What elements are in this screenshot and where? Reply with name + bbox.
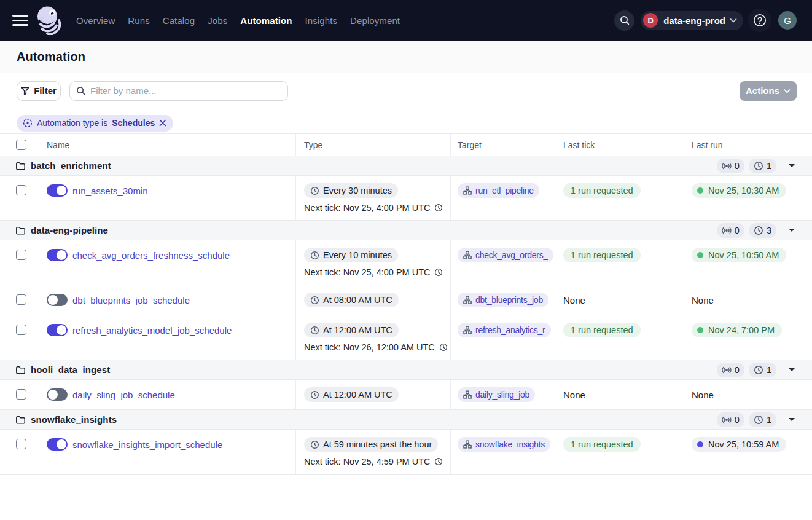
- topbar-right-cluster: D data-eng-prod G: [614, 9, 797, 32]
- run-status-dot: [697, 187, 703, 194]
- last-run-tag[interactable]: Nov 24, 7:00 PM: [692, 323, 782, 337]
- search-icon: [76, 86, 85, 95]
- page-title: Automation: [17, 50, 85, 64]
- help-button[interactable]: [748, 9, 771, 32]
- schedule-type-tag[interactable]: Every 10 minutes: [304, 248, 398, 262]
- column-header-last-run: Last run: [684, 134, 812, 156]
- nav-item-automation[interactable]: Automation: [240, 15, 292, 26]
- clock-icon: [754, 365, 763, 375]
- row-checkbox[interactable]: [16, 325, 26, 335]
- filter-button-label: Filter: [34, 85, 57, 96]
- row-checkbox[interactable]: [16, 439, 26, 449]
- clock-icon: [310, 390, 319, 400]
- group-row-data-eng-pipeline[interactable]: data-eng-pipeline 0 3: [0, 221, 812, 240]
- automation-name-link[interactable]: daily_sling_job_schedule: [72, 390, 175, 400]
- row-checkbox[interactable]: [16, 389, 26, 400]
- last-tick-status-tag[interactable]: 1 run requested: [563, 323, 641, 337]
- sensor-icon: [722, 161, 732, 171]
- schedule-toggle-on[interactable]: [47, 249, 68, 261]
- group-name: data-eng-pipeline: [31, 225, 108, 235]
- row-checkbox[interactable]: [16, 185, 26, 195]
- name-filter-input[interactable]: [90, 85, 281, 96]
- target-tag[interactable]: daily_sling_job: [458, 387, 535, 402]
- collapse-caret-icon[interactable]: [789, 368, 795, 371]
- automation-name-link[interactable]: run_assets_30min: [72, 186, 148, 196]
- clock-icon: [754, 415, 763, 425]
- last-run-tag[interactable]: Nov 25, 10:50 AM: [692, 248, 786, 262]
- nav-item-catalog[interactable]: Catalog: [163, 15, 195, 26]
- run-status-dot: [697, 327, 703, 333]
- deployment-avatar: D: [643, 13, 658, 28]
- nav-item-runs[interactable]: Runs: [128, 15, 149, 26]
- next-tick: Next tick: Nov 26, 12:00 AM UTC: [304, 342, 450, 353]
- schedule-type-tag[interactable]: At 12:00 AM UTC: [304, 387, 399, 402]
- last-run-tag[interactable]: Nov 25, 10:30 AM: [692, 183, 786, 198]
- select-all-checkbox[interactable]: [16, 140, 26, 150]
- last-tick-status-tag[interactable]: 1 run requested: [563, 248, 641, 262]
- clock-icon: [754, 226, 763, 235]
- last-tick-status-tag[interactable]: 1 run requested: [563, 437, 641, 452]
- actions-button[interactable]: Actions: [740, 81, 797, 101]
- folder-icon: [15, 161, 25, 171]
- nav-item-overview[interactable]: Overview: [76, 15, 115, 26]
- automation-name-link[interactable]: refresh_analytics_model_job_schedule: [72, 325, 232, 336]
- sensor-count-badge: 0: [717, 363, 744, 377]
- schedule-toggle-off[interactable]: [47, 388, 68, 401]
- collapse-caret-icon[interactable]: [789, 164, 795, 167]
- last-tick-status-tag[interactable]: 1 run requested: [563, 183, 641, 198]
- nav-item-jobs[interactable]: Jobs: [208, 15, 227, 26]
- automation-type-filter-chip[interactable]: Automation type is Schedules: [17, 115, 173, 132]
- schedule-toggle-on[interactable]: [47, 438, 68, 451]
- job-icon: [463, 251, 472, 259]
- schedule-type-tag[interactable]: At 08:00 AM UTC: [304, 293, 399, 307]
- group-name: snowflake_insights: [31, 414, 117, 425]
- run-status-dot: [697, 441, 703, 447]
- automation-name-link[interactable]: dbt_blueprints_job_schedule: [72, 295, 190, 305]
- clock-icon: [434, 268, 443, 277]
- row-checkbox[interactable]: [16, 250, 26, 260]
- last-run-tag[interactable]: Nov 25, 10:59 AM: [692, 437, 786, 452]
- run-status-dot: [697, 252, 703, 258]
- filter-button[interactable]: Filter: [17, 81, 61, 101]
- schedule-toggle-on[interactable]: [47, 184, 68, 197]
- clock-icon: [754, 161, 763, 171]
- schedule-count-badge: 1: [749, 363, 776, 377]
- search-button[interactable]: [614, 10, 634, 31]
- group-row-hooli-data-ingest[interactable]: hooli_data_ingest 0 1: [0, 360, 812, 380]
- automation-row-daily_sling: daily_sling_job_schedule At 12:00 AM UTC…: [0, 380, 812, 410]
- close-icon[interactable]: [159, 119, 166, 127]
- deployment-switcher[interactable]: D data-eng-prod: [641, 11, 743, 30]
- automation-name-link[interactable]: check_avg_orders_freshness_schdule: [72, 250, 230, 261]
- user-avatar[interactable]: G: [778, 11, 797, 30]
- page-header: Automation: [0, 41, 812, 73]
- target-tag[interactable]: run_etl_pipeline: [458, 183, 539, 198]
- schedule-toggle-on[interactable]: [47, 324, 68, 336]
- nav-item-insights[interactable]: Insights: [305, 15, 338, 26]
- collapse-caret-icon[interactable]: [789, 418, 795, 421]
- target-tag[interactable]: snowflake_insights: [458, 437, 550, 452]
- help-icon: [753, 14, 767, 27]
- target-tag[interactable]: check_avg_orders_: [458, 248, 553, 262]
- target-tag[interactable]: refresh_analytics_r: [458, 323, 551, 337]
- group-name: batch_enrichment: [31, 160, 111, 171]
- nav-item-deployment[interactable]: Deployment: [350, 15, 400, 26]
- sensor-count-badge: 0: [717, 159, 744, 173]
- next-tick: Next tick: Nov 25, 4:00 PM UTC: [304, 202, 450, 213]
- group-row-snowflake-insights[interactable]: snowflake_insights 0 1: [0, 410, 812, 430]
- schedule-type-tag[interactable]: At 12:00 AM UTC: [304, 323, 399, 337]
- filter-chip-field: Automation type is: [37, 118, 107, 128]
- schedule-type-tag[interactable]: Every 30 minutes: [304, 183, 398, 198]
- schedule-type-tag[interactable]: At 59 minutes past the hour: [304, 437, 438, 452]
- schedule-toggle-off[interactable]: [47, 294, 68, 306]
- target-tag[interactable]: dbt_blueprints_job: [458, 293, 548, 307]
- group-row-batch-enrichment[interactable]: batch_enrichment 0 1: [0, 156, 812, 176]
- menu-icon[interactable]: [12, 15, 28, 26]
- automation-name-link[interactable]: snowflake_insights_import_schedule: [72, 439, 222, 450]
- search-icon: [620, 15, 630, 25]
- row-checkbox[interactable]: [16, 294, 26, 305]
- dagster-logo[interactable]: [36, 6, 63, 35]
- schedule-count-badge: 1: [749, 159, 776, 173]
- automation-row-run_assets_30min: run_assets_30min Every 30 minutes Next t…: [0, 176, 812, 221]
- funnel-icon: [21, 87, 29, 95]
- collapse-caret-icon[interactable]: [789, 229, 795, 232]
